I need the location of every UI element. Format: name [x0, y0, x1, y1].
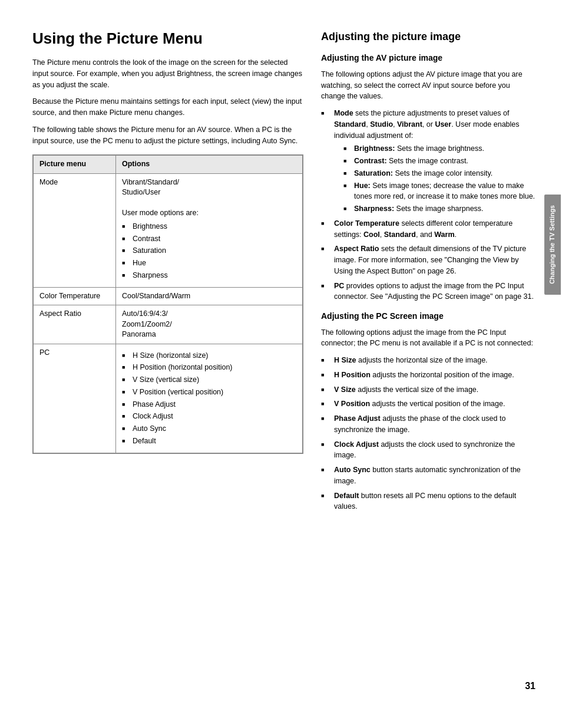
list-item: Phase Adjust	[122, 399, 296, 410]
list-item-auto-sync: Auto Sync button starts automatic synchr…	[321, 465, 535, 487]
left-column: Using the Picture Menu The Picture menu …	[32, 29, 303, 699]
subsection2-title: Adjusting the PC Screen image	[321, 311, 535, 322]
intro-p2: Because the Picture menu maintains setti…	[32, 96, 303, 118]
side-tab-text: Changing the TV Settings	[548, 205, 557, 284]
right-column: Adjusting the picture image Adjusting th…	[321, 29, 535, 699]
list-item-h-size: H Size adjusts the horizontal size of th…	[321, 355, 535, 366]
list-item-aspect-ratio: Aspect Ratio sets the default dimensions…	[321, 243, 535, 276]
list-item-sharpness: Sharpness: Sets the image sharpness.	[343, 203, 535, 215]
side-tab: Changing the TV Settings	[544, 195, 561, 295]
table-cell-color-temp-options: Cool/Standard/Warm	[116, 287, 303, 305]
mode-sub-list: Brightness: Sets the image brightness. C…	[343, 143, 535, 215]
table-cell-pc-options: H Size (horizontal size) H Position (hor…	[116, 344, 303, 453]
list-item-clock-adjust: Clock Adjust adjusts the clock used to s…	[321, 439, 535, 462]
table-cell-mode-options: Vibrant/Standard/Studio/User User mode o…	[116, 173, 303, 287]
list-item-pc: PC provides options to adjust the image …	[321, 281, 535, 303]
right-section-title: Adjusting the picture image	[321, 29, 535, 44]
intro-p1: The Picture menu controls the look of th…	[32, 57, 303, 90]
table-cell-pc-label: PC	[34, 344, 116, 453]
list-item: Contrast	[122, 233, 296, 245]
list-item-saturation: Saturation: Sets the image color intensi…	[343, 168, 535, 179]
list-item: Hue	[122, 258, 296, 269]
table-row-mode: Mode Vibrant/Standard/Studio/User User m…	[34, 173, 303, 287]
subsection1-intro: The following options adjust the AV pict…	[321, 69, 535, 102]
list-item-v-position: V Position adjusts the vertical position…	[321, 398, 535, 410]
table-cell-color-temp-label: Color Temperature	[34, 287, 116, 305]
list-item-color-temp: Color Temperature selects different colo…	[321, 218, 535, 241]
table-row-color-temp: Color Temperature Cool/Standard/Warm	[34, 287, 303, 305]
list-item: Auto Sync	[122, 423, 296, 434]
picture-menu-table: Picture menu Options Mode Vibrant/Standa…	[32, 154, 303, 453]
pc-bullets-list: H Size adjusts the horizontal size of th…	[321, 355, 535, 512]
list-item-hue: Hue: Sets image tones; decrease the valu…	[343, 180, 535, 203]
list-item: V Size (vertical size)	[122, 374, 296, 386]
list-item: H Position (horizontal position)	[122, 362, 296, 373]
list-item: Default	[122, 436, 296, 447]
intro-p3: The following table shows the Picture me…	[32, 124, 303, 147]
list-item-phase-adjust: Phase Adjust adjusts the phase of the cl…	[321, 413, 535, 436]
list-item-default: Default button resets all PC menu option…	[321, 490, 535, 513]
table-row-aspect-ratio: Aspect Ratio Auto/16:9/4:3/Zoom1/Zoom2/P…	[34, 305, 303, 344]
list-item-h-position: H Position adjusts the horizontal positi…	[321, 370, 535, 381]
list-item: V Position (vertical position)	[122, 387, 296, 398]
subsection2-intro: The following options adjust the image f…	[321, 327, 535, 350]
list-item: Clock Adjust	[122, 411, 296, 422]
table-header-options: Options	[116, 156, 303, 174]
table-header-menu: Picture menu	[34, 156, 116, 174]
list-item-v-size: V Size adjusts the vertical size of the …	[321, 384, 535, 396]
table-cell-aspect-ratio-options: Auto/16:9/4:3/Zoom1/Zoom2/Panorama	[116, 305, 303, 344]
subsection1-title: Adjusting the AV picture image	[321, 52, 535, 64]
list-item: H Size (horizontal size)	[122, 350, 296, 361]
page-number: 31	[525, 680, 535, 693]
table-cell-aspect-ratio-label: Aspect Ratio	[34, 305, 116, 344]
av-bullets-list: Mode sets the picture adjustments to pre…	[321, 108, 535, 302]
list-item: Sharpness	[122, 270, 296, 281]
table-row-pc: PC H Size (horizontal size) H Position (…	[34, 344, 303, 453]
main-title: Using the Picture Menu	[32, 29, 303, 48]
list-item: Saturation	[122, 245, 296, 256]
list-item-contrast: Contrast: Sets the image contrast.	[343, 156, 535, 167]
table-cell-mode-label: Mode	[34, 173, 116, 287]
list-item: Brightness	[122, 221, 296, 232]
list-item-mode: Mode sets the picture adjustments to pre…	[321, 108, 535, 215]
list-item-brightness: Brightness: Sets the image brightness.	[343, 143, 535, 154]
